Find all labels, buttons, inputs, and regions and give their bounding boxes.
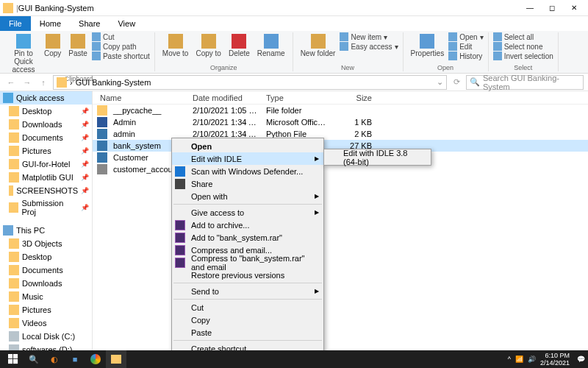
taskbar[interactable]: 🔍 ◐ ■ ^ 📶 🔊 6:10 PM 2/14/2021 💬 <box>0 350 588 368</box>
tab-file[interactable]: File <box>0 16 31 31</box>
nav-item[interactable]: 3D Objects <box>0 237 92 250</box>
column-type[interactable]: Type <box>263 93 331 102</box>
nav-this-pc[interactable]: This PC <box>0 224 92 237</box>
file-row[interactable]: Admin2/10/2021 1:34 AMMicrosoft Office E… <box>93 116 588 128</box>
nav-item[interactable]: Music <box>0 290 92 303</box>
nav-item[interactable]: GUI-for-Hotel📌 <box>0 158 92 171</box>
wifi-icon[interactable]: 📶 <box>515 355 523 363</box>
folder-icon <box>97 105 107 116</box>
invert-selection-button[interactable]: Invert selection <box>493 52 553 60</box>
new-item-button[interactable]: New item ▾ <box>340 32 398 41</box>
ctx-scan-defender[interactable]: Scan with Windows Defender... <box>172 165 323 177</box>
folder-icon <box>9 238 19 249</box>
nav-item[interactable]: Local Disk (C:) <box>0 330 92 343</box>
breadcrumb[interactable]: › GUI Banking-System ⌄ <box>53 75 447 90</box>
select-none-button[interactable]: Select none <box>493 42 553 51</box>
properties-icon <box>420 34 434 49</box>
ctx-restore[interactable]: Restore previous versions <box>172 269 323 281</box>
task-icon[interactable]: ■ <box>65 350 85 368</box>
maximize-button[interactable]: ◻ <box>541 1 563 15</box>
copy-to-button[interactable]: Copy to <box>193 32 223 59</box>
new-folder-button[interactable]: New folder <box>298 32 339 59</box>
minimize-button[interactable]: — <box>519 1 541 15</box>
file-row[interactable]: __pycache__2/10/2021 1:05 PMFile folder <box>93 105 588 116</box>
properties-button[interactable]: Properties <box>408 32 448 59</box>
delete-button[interactable]: Delete <box>226 32 253 59</box>
nav-item[interactable]: Matplotlib GUI📌 <box>0 171 92 184</box>
shortcut-icon <box>92 52 101 60</box>
tray-up-icon[interactable]: ^ <box>508 355 511 363</box>
task-icon[interactable]: ◐ <box>44 350 65 368</box>
ctx-cut[interactable]: Cut <box>172 301 323 314</box>
paste-button[interactable]: Paste <box>65 32 90 59</box>
nav-item[interactable]: Documents <box>0 263 92 277</box>
folder-icon <box>9 185 13 196</box>
select-all-button[interactable]: Select all <box>493 32 553 41</box>
ctx-open-with[interactable]: Open with▶ <box>172 190 323 202</box>
py-icon <box>97 141 107 151</box>
nav-item[interactable]: Desktop📌 <box>0 105 92 118</box>
copy-path-button[interactable]: Copy path <box>92 42 150 51</box>
nav-item[interactable]: Pictures📌 <box>0 144 92 158</box>
ctx-paste[interactable]: Paste <box>172 326 323 339</box>
paste-shortcut-button[interactable]: Paste shortcut <box>92 52 150 60</box>
close-button[interactable]: ✕ <box>563 1 585 15</box>
ctx-give-access[interactable]: Give access to▶ <box>172 206 323 219</box>
nav-item[interactable]: Desktop <box>0 250 92 263</box>
nav-item[interactable]: Documents📌 <box>0 131 92 144</box>
ctx-copy[interactable]: Copy <box>172 314 323 326</box>
edit-button[interactable]: Edit <box>448 42 483 51</box>
clock[interactable]: 6:10 PM 2/14/2021 <box>540 352 573 367</box>
copy-button[interactable]: Copy <box>41 32 64 59</box>
cut-icon <box>92 32 101 41</box>
navigation-pane[interactable]: Quick access Desktop📌Downloads📌Documents… <box>0 91 93 352</box>
tab-home[interactable]: Home <box>31 16 70 31</box>
nav-item[interactable]: Submission Proj📌 <box>0 197 92 218</box>
nav-item[interactable]: Videos <box>0 316 92 330</box>
file-list[interactable]: Name Date modified Type Size __pycache__… <box>93 91 588 352</box>
search-input[interactable]: 🔍 Search GUI Banking-System <box>466 75 584 90</box>
nav-item[interactable]: Downloads📌 <box>0 118 92 131</box>
ctx-add-archive[interactable]: Add to archive... <box>172 219 323 231</box>
chrome-icon[interactable] <box>85 350 106 368</box>
column-name[interactable]: Name <box>97 93 190 102</box>
cut-button[interactable]: Cut <box>92 32 150 41</box>
ctx-edit-idle-38[interactable]: Edit with IDLE 3.8 (64-bit) <box>324 151 431 163</box>
address-dropdown[interactable]: ⌄ <box>437 77 443 87</box>
pin-icon: 📌 <box>81 174 89 181</box>
ctx-send-to[interactable]: Send to▶ <box>172 285 323 297</box>
volume-icon[interactable]: 🔊 <box>528 355 536 363</box>
explorer-icon[interactable] <box>106 350 126 368</box>
folder-icon <box>9 146 19 156</box>
tab-share[interactable]: Share <box>70 16 109 31</box>
column-size[interactable]: Size <box>331 93 375 102</box>
nav-item[interactable]: SCREENSHOTS📌 <box>0 184 92 197</box>
archive-icon <box>175 233 185 243</box>
back-button[interactable]: ← <box>4 76 18 89</box>
refresh-button[interactable]: ⟳ <box>450 76 463 89</box>
ctx-compress-rar-email[interactable]: Compress to "bank_system.rar" and email <box>172 256 323 269</box>
up-button[interactable]: ↑ <box>37 76 50 89</box>
easy-access-button[interactable]: Easy access ▾ <box>340 42 398 51</box>
rename-button[interactable]: Rename <box>254 32 288 59</box>
tab-view[interactable]: View <box>109 16 144 31</box>
forward-button[interactable]: → <box>21 76 34 89</box>
ctx-add-rar[interactable]: Add to "bank_system.rar" <box>172 231 323 244</box>
column-date[interactable]: Date modified <box>190 93 263 102</box>
open-button[interactable]: Open ▾ <box>448 32 483 41</box>
start-button[interactable] <box>3 350 24 368</box>
notifications-icon[interactable]: 💬 <box>577 355 585 363</box>
file-name: __pycache__ <box>110 106 190 115</box>
nav-quick-access[interactable]: Quick access <box>0 91 92 105</box>
ctx-open[interactable]: Open <box>172 140 323 152</box>
task-icon[interactable]: 🔍 <box>24 350 44 368</box>
breadcrumb-item[interactable]: GUI Banking-System <box>76 78 151 87</box>
ctx-share[interactable]: Share <box>172 177 323 190</box>
move-to-button[interactable]: Move to <box>159 32 192 59</box>
history-button[interactable]: History <box>448 52 483 60</box>
ctx-edit-idle[interactable]: Edit with IDLE▶ <box>172 152 323 165</box>
nav-item[interactable]: Downloads <box>0 277 92 290</box>
pin-quick-access-button[interactable]: Pin to Quick access <box>7 32 40 75</box>
nav-item[interactable]: Pictures <box>0 303 92 316</box>
file-row[interactable]: admin2/10/2021 1:34 AMPython File2 KB <box>93 128 588 140</box>
